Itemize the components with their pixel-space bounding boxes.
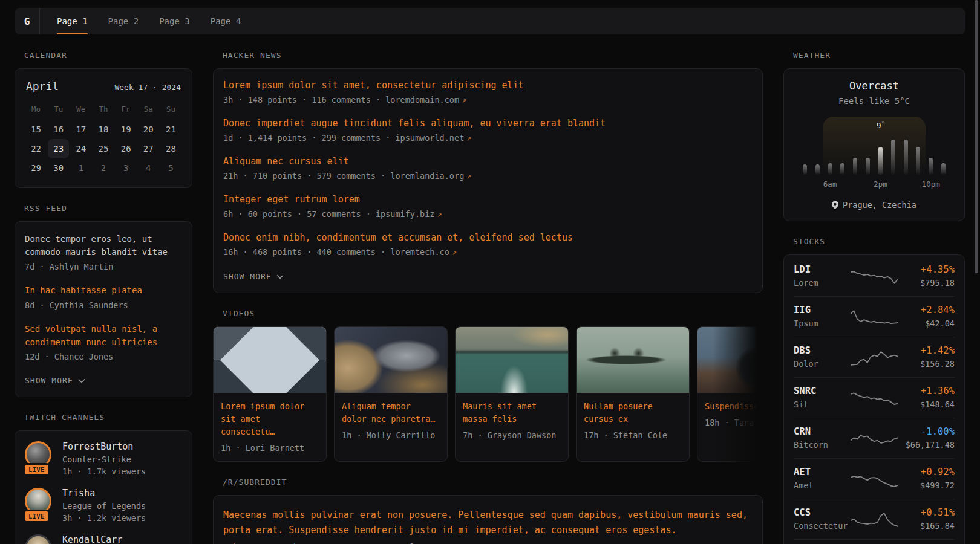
hackernews-item-title[interactable]: Aliquam nec cursus elit: [223, 156, 753, 167]
tab-page-2[interactable]: Page 2: [108, 8, 139, 34]
twitch-channel[interactable]: LIVEForrestBurtonCounter-Strike1h · 1.7k…: [25, 441, 182, 476]
stock-info: CCSConsectetur: [794, 507, 846, 531]
stocks-section-title: STOCKS: [793, 237, 965, 246]
videos-carousel: Lorem ipsum dolor sit amet consectetu…1h…: [213, 326, 763, 462]
hackernews-show-more-button[interactable]: SHOW MORE: [223, 272, 284, 281]
hackernews-item-title[interactable]: Donec enim nibh, condimentum et accumsan…: [223, 232, 753, 243]
hackernews-item-title[interactable]: Integer eget rutrum lorem: [223, 194, 753, 205]
stocks-widget: LDILorem+4.35%$795.18IIGIpsum+2.84%$42.0…: [783, 254, 965, 544]
weather-bar: [828, 163, 832, 175]
twitch-channel-info: ForrestBurtonCounter-Strike1h · 1.7k vie…: [62, 441, 146, 476]
rss-item-title[interactable]: Sed volutpat nulla nisl, a condimentum n…: [25, 323, 182, 349]
rss-item-title[interactable]: Donec tempor eros leo, ut commodo mauris…: [25, 233, 182, 259]
hackernews-item: Donec imperdiet augue tincidunt felis al…: [223, 118, 753, 143]
stock-change: +0.51%: [903, 507, 955, 518]
weather-bar: [941, 163, 946, 175]
weather-condition: Overcast: [794, 80, 955, 92]
calendar-day: 15: [25, 120, 47, 139]
weather-feels-like: Feels like 5°C: [794, 96, 955, 106]
video-thumbnail: [214, 327, 326, 393]
stock-sparkline: [851, 306, 898, 327]
calendar-day: 3: [116, 158, 137, 178]
video-card[interactable]: Nullam posuere cursus ex17h · Stefan Col…: [576, 326, 690, 462]
twitch-channel-game: Counter-Strike: [62, 455, 146, 464]
stock-values: +2.84%$42.04: [903, 305, 955, 328]
stock-values: +0.51%$165.84: [903, 507, 955, 531]
rss-item-meta: 12d · Chance Jones: [25, 352, 182, 361]
twitch-avatar-wrap: LIVE: [25, 488, 53, 523]
active-tab-underline: [57, 33, 88, 34]
page-tabs: Page 1Page 2Page 3Page 4: [40, 8, 241, 34]
stock-price: $148.64: [903, 400, 955, 409]
hackernews-item: Lorem ipsum dolor sit amet, consectetur …: [223, 80, 753, 105]
weather-location-text: Prague, Czechia: [843, 200, 916, 210]
hackernews-section: HACKER NEWS Lorem ipsum dolor sit amet, …: [213, 51, 763, 293]
right-column: WEATHER Overcast Feels like 5°C 9° 6am2p…: [783, 51, 965, 544]
hackernews-item-title[interactable]: Lorem ipsum dolor sit amet, consectetur …: [223, 80, 753, 91]
calendar-day: 21: [160, 120, 181, 139]
rss-list: Donec tempor eros leo, ut commodo mauris…: [25, 233, 182, 361]
video-card[interactable]: Suspendisse diam18h · Tara: [697, 326, 763, 462]
video-card[interactable]: Mauris sit amet massa felis7h · Grayson …: [455, 326, 569, 462]
rss-item: Sed volutpat nulla nisl, a condimentum n…: [25, 323, 182, 361]
video-thumbnail: [335, 327, 447, 393]
stock-row: CCSConsectetur+0.51%$165.84: [794, 499, 955, 539]
chevron-down-icon: [276, 274, 284, 279]
calendar-day: 28: [160, 139, 181, 158]
hackernews-item-meta: 21h · 710 points · 579 comments · loreml…: [223, 171, 753, 181]
calendar-weekday-label: Mo: [25, 101, 47, 120]
twitch-section: TWITCH CHANNELS LIVEForrestBurtonCounter…: [15, 413, 192, 544]
stock-name: Sit: [794, 400, 846, 409]
twitch-channel-name: KendallCarr: [62, 534, 122, 544]
show-more-label: SHOW MORE: [223, 272, 272, 281]
calendar-day: 25: [93, 139, 114, 158]
calendar-day: 22: [25, 139, 47, 158]
twitch-channel-meta: 1h · 1.7k viewers: [62, 467, 146, 476]
video-meta: 1h · Lori Barnett: [221, 443, 319, 453]
subreddit-section-title: /R/SUBREDDIT: [223, 478, 763, 487]
weather-hour-label: 10pm: [922, 180, 940, 189]
hackernews-item-meta: 16h · 468 points · 440 comments · loremt…: [223, 247, 753, 257]
stock-values: +4.35%$795.18: [903, 264, 955, 288]
video-card[interactable]: Lorem ipsum dolor sit amet consectetu…1h…: [213, 326, 327, 462]
calendar-widget: April Week 17 · 2024 MoTuWeThFrSaSu15161…: [15, 68, 192, 188]
video-card-body: Nullam posuere cursus ex17h · Stefan Col…: [577, 393, 689, 448]
twitch-channel[interactable]: KendallCarr: [25, 534, 182, 544]
stock-info: LDILorem: [794, 264, 846, 288]
video-card-body: Suspendisse diam18h · Tara: [697, 393, 763, 436]
external-link-icon: ↗: [466, 171, 471, 181]
tab-page-1[interactable]: Page 1: [57, 8, 88, 34]
subreddit-widget: Maecenas mollis pulvinar erat non posuer…: [213, 495, 763, 544]
scrollbar-thumb[interactable]: [975, 0, 978, 273]
calendar-weekday-label: Su: [160, 101, 182, 120]
twitch-channel-name: ForrestBurton: [62, 441, 146, 452]
video-card-body: Mauris sit amet massa felis7h · Grayson …: [456, 393, 568, 448]
video-card[interactable]: Aliquam tempor dolor nec pharetra…1h · M…: [334, 326, 448, 462]
stock-sparkline: [851, 387, 898, 408]
hackernews-item-meta: 1d · 1,414 points · 299 comments · ipsum…: [223, 133, 753, 143]
tab-page-4[interactable]: Page 4: [211, 8, 241, 34]
twitch-channel[interactable]: LIVETrishaLeague of Legends3h · 1.2k vie…: [25, 488, 182, 523]
stock-symbol: CCS: [794, 507, 846, 518]
twitch-widget: LIVEForrestBurtonCounter-Strike1h · 1.7k…: [15, 430, 192, 544]
weather-bar: [866, 158, 870, 175]
stock-name: Ipsum: [794, 319, 846, 328]
subreddit-post-title[interactable]: Maecenas mollis pulvinar erat non posuer…: [223, 508, 753, 538]
stock-symbol: AET: [794, 467, 846, 478]
rss-section-title: RSS FEED: [24, 204, 192, 213]
app-logo[interactable]: G: [15, 8, 39, 34]
stock-info: DBSDolor: [794, 345, 846, 369]
top-navigation-bar: G Page 1Page 2Page 3Page 4: [15, 8, 965, 34]
tab-page-3[interactable]: Page 3: [159, 8, 190, 34]
weather-bar: [891, 140, 895, 175]
rss-show-more-button[interactable]: SHOW MORE: [25, 376, 85, 385]
stock-sparkline: [851, 428, 898, 448]
video-title: Lorem ipsum dolor sit amet consectetu…: [221, 400, 319, 438]
weather-section-title: WEATHER: [793, 51, 965, 60]
hackernews-item-title[interactable]: Donec imperdiet augue tincidunt felis al…: [223, 118, 753, 129]
stock-change: +4.35%: [903, 264, 955, 275]
video-thumbnail: [577, 327, 689, 393]
rss-item-title[interactable]: In hac habitasse platea: [25, 284, 182, 297]
calendar-day: 24: [70, 139, 91, 158]
weather-bar: [853, 158, 857, 175]
